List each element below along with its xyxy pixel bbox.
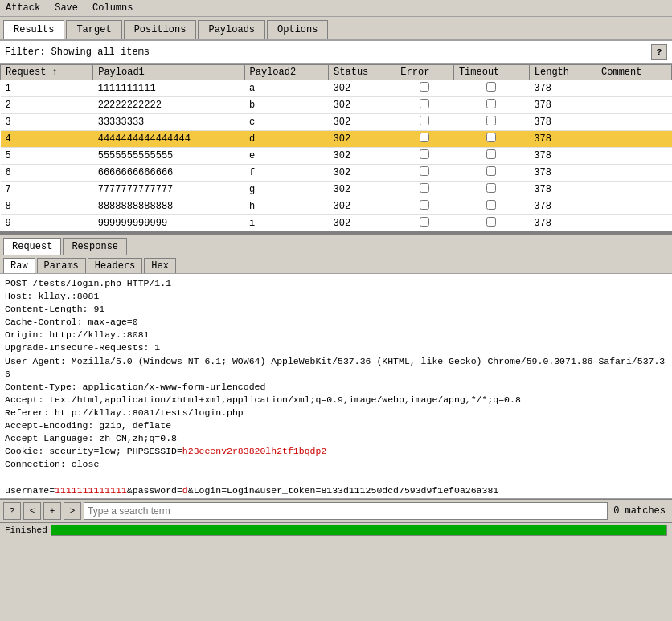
tab-response[interactable]: Response xyxy=(63,238,127,255)
tab-target[interactable]: Target xyxy=(66,20,121,39)
tab-positions[interactable]: Positions xyxy=(124,20,197,39)
status-progress-bar xyxy=(51,525,667,536)
search-matches: 0 matches xyxy=(610,505,669,517)
table-row[interactable]: 11111111111a302378 xyxy=(1,80,672,97)
col-comment[interactable]: Comment xyxy=(596,65,672,80)
inner-tab-bar: Raw Params Headers Hex xyxy=(0,255,672,274)
inner-tab-hex[interactable]: Hex xyxy=(144,258,176,273)
col-length[interactable]: Length xyxy=(529,65,596,80)
request-content: POST /tests/login.php HTTP/1.1 Host: kll… xyxy=(0,274,672,499)
menu-save[interactable]: Save xyxy=(52,2,80,14)
col-status[interactable]: Status xyxy=(329,65,395,80)
inner-tab-params[interactable]: Params xyxy=(37,258,86,273)
results-table: Request ↑ Payload1 Payload2 Status Error… xyxy=(0,64,672,233)
status-bar: Finished xyxy=(0,522,672,537)
main-tab-bar: ResultsTargetPositionsPayloadsOptions xyxy=(0,17,672,41)
progress-fill xyxy=(51,525,666,535)
req-resp-tab-bar: Request Response xyxy=(0,233,672,255)
table-row[interactable]: 10101010101010j302378 xyxy=(1,232,672,234)
table-row[interactable]: 88888888888888h302378 xyxy=(1,198,672,215)
table-row[interactable]: 9999999999999i302378 xyxy=(1,215,672,232)
results-table-container: Request ↑ Payload1 Payload2 Status Error… xyxy=(0,64,672,233)
table-row[interactable]: 44444444444444444d302378 xyxy=(1,131,672,148)
table-row[interactable]: 55555555555555e302378 xyxy=(1,148,672,165)
inner-tab-headers[interactable]: Headers xyxy=(88,258,142,273)
tab-options[interactable]: Options xyxy=(267,20,328,39)
table-row[interactable]: 333333333c302378 xyxy=(1,114,672,131)
table-row[interactable]: 66666666666666f302378 xyxy=(1,165,672,182)
table-header-row: Request ↑ Payload1 Payload2 Status Error… xyxy=(1,65,672,80)
col-payload1[interactable]: Payload1 xyxy=(93,65,244,80)
menu-bar: Attack Save Columns xyxy=(0,0,672,17)
status-text: Finished xyxy=(5,525,47,535)
filter-help-button[interactable]: ? xyxy=(651,44,667,60)
table-row[interactable]: 222222222222b302378 xyxy=(1,97,672,114)
filter-text: Filter: Showing all items xyxy=(5,47,651,58)
search-prev-button[interactable]: < xyxy=(23,502,41,520)
col-error[interactable]: Error xyxy=(395,65,454,80)
menu-attack[interactable]: Attack xyxy=(3,2,43,14)
table-row[interactable]: 77777777777777g302378 xyxy=(1,182,672,198)
col-payload2[interactable]: Payload2 xyxy=(244,65,329,80)
col-request[interactable]: Request ↑ xyxy=(1,65,93,80)
tab-results[interactable]: Results xyxy=(3,20,64,39)
inner-tab-raw[interactable]: Raw xyxy=(3,258,35,273)
search-bar: ? < + > 0 matches xyxy=(0,499,672,522)
search-add-button[interactable]: + xyxy=(43,502,61,520)
search-input[interactable] xyxy=(84,502,608,520)
filter-bar: Filter: Showing all items ? xyxy=(0,41,672,64)
menu-columns[interactable]: Columns xyxy=(90,2,135,14)
search-question-button[interactable]: ? xyxy=(3,502,21,520)
search-next-button[interactable]: > xyxy=(64,502,81,520)
col-timeout[interactable]: Timeout xyxy=(453,65,529,80)
tab-payloads[interactable]: Payloads xyxy=(198,20,265,39)
tab-request[interactable]: Request xyxy=(3,238,61,255)
